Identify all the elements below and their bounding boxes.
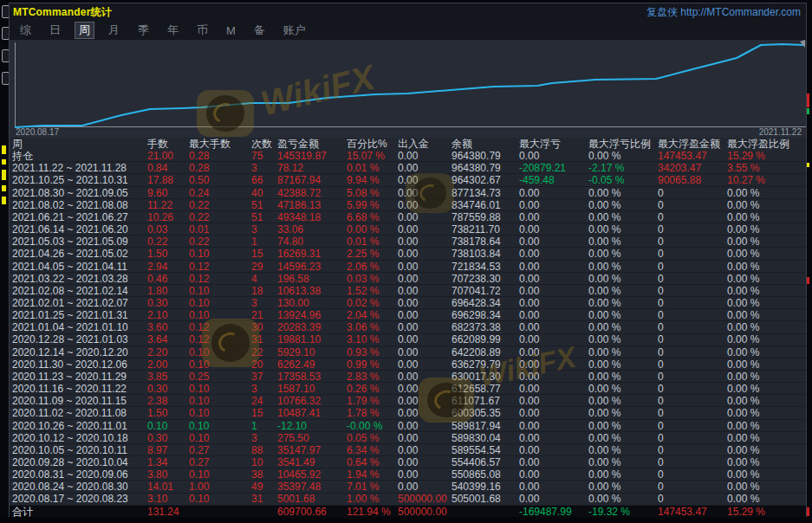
cell: 834746.01: [451, 199, 519, 211]
cell: 0.01 %: [347, 236, 398, 248]
table-row[interactable]: 2021.01.04 ~ 2021.01.103.600.123020283.3…: [10, 321, 806, 333]
column-header-8[interactable]: 最大浮亏: [519, 138, 588, 150]
cell: 19881.10: [277, 333, 347, 345]
table-row[interactable]: 2020.11.30 ~ 2020.12.062.000.10206262.49…: [10, 358, 806, 371]
cell: 6262.49: [277, 358, 347, 371]
table-row[interactable]: 2021.08.02 ~ 2021.08.0811.220.225147186.…: [10, 199, 806, 211]
tab-季[interactable]: 季: [133, 22, 153, 39]
table-row[interactable]: 2021.01.25 ~ 2021.01.312.100.102113924.9…: [10, 309, 806, 321]
scroll-arrow-icon[interactable]: [800, 40, 805, 48]
table-row[interactable]: 2021.10.25 ~ 2021.10.3117.880.506687167.…: [10, 174, 806, 186]
cell: 0.03 %: [347, 273, 398, 285]
cell: 2021.03.22 ~ 2021.03.28: [12, 273, 147, 285]
cell: 78.12: [277, 162, 347, 174]
tab-日[interactable]: 日: [45, 22, 65, 39]
cell: 738103.84: [451, 248, 519, 260]
table-row[interactable]: 2020.12.14 ~ 2020.12.202.200.10225929.10…: [10, 346, 806, 358]
tab-币[interactable]: 币: [192, 22, 212, 39]
cell: 1.00: [189, 481, 251, 493]
cell: 0.00 %: [727, 333, 806, 345]
cell: 2020.11.09 ~ 2020.11.15: [12, 395, 147, 407]
tab-备[interactable]: 备: [250, 22, 270, 39]
cell: 0.30: [147, 297, 189, 309]
cell: 2.38: [147, 395, 189, 407]
tab-周[interactable]: 周: [75, 22, 94, 39]
cell: 0.84: [147, 162, 189, 174]
cell: 0.00 %: [727, 211, 806, 223]
cell: 5929.10: [277, 346, 347, 358]
cell: 0.00 %: [588, 444, 658, 456]
cell: 147453.47: [658, 150, 727, 162]
tab-年[interactable]: 年: [163, 22, 183, 39]
table-row[interactable]: 2021.04.26 ~ 2021.05.021.500.101516269.3…: [10, 248, 806, 260]
tab-M[interactable]: M: [222, 23, 240, 38]
cell: 0.10: [147, 420, 189, 432]
title-bar[interactable]: MTCommander统计 复盘侠 http://MTCommander.com: [10, 3, 806, 21]
table-row[interactable]: 2021.03.22 ~ 2021.03.280.460.124196.580.…: [10, 273, 806, 285]
cell: 609700.66: [277, 506, 347, 518]
column-header-5[interactable]: 百分比%: [347, 138, 398, 150]
column-header-1[interactable]: 手数: [147, 138, 189, 150]
cell: 40: [251, 187, 277, 199]
table-row[interactable]: 2020.10.12 ~ 2020.10.180.300.103275.500.…: [10, 432, 806, 444]
cell: 33.06: [277, 223, 347, 236]
column-header-4[interactable]: 盈亏金额: [277, 138, 347, 150]
column-header-7[interactable]: 余额: [451, 138, 519, 150]
total-row[interactable]: 合计131.24609700.66121.94 %500000.00-16948…: [10, 506, 806, 518]
cell: 0.00: [519, 444, 588, 456]
column-header-3[interactable]: 次数: [251, 138, 277, 150]
column-header-2[interactable]: 最大手数: [189, 138, 251, 150]
cell: 0.00 %: [727, 261, 806, 273]
cell: 2.25 %: [347, 248, 398, 260]
table-row[interactable]: 2020.11.16 ~ 2020.11.220.300.1031587.100…: [10, 383, 806, 395]
column-header-6[interactable]: 出入金: [398, 138, 451, 150]
table-row[interactable]: 2020.09.28 ~ 2020.10.041.340.27103541.49…: [10, 456, 806, 468]
cell: 0: [658, 187, 727, 199]
tab-账户[interactable]: 账户: [279, 22, 310, 39]
cell: 0.00 %: [588, 395, 658, 407]
cell: 0.00: [398, 432, 451, 444]
cell: 0.00: [398, 162, 451, 174]
table-row[interactable]: 2020.08.31 ~ 2020.09.063.800.103810465.9…: [10, 468, 806, 481]
stats-table: 周手数最大手数次数盈亏金额百分比%出入金余额最大浮亏最大浮亏比例最大浮盈金额最大…: [10, 138, 806, 518]
cell: 2.04 %: [347, 309, 398, 321]
table-row[interactable]: 2020.08.24 ~ 2020.08.3014.011.004935397.…: [10, 481, 806, 493]
column-header-10[interactable]: 最大浮盈金额: [658, 138, 727, 150]
background-fragment: [2, 159, 6, 165]
table-row[interactable]: 2021.06.14 ~ 2021.06.200.030.01333.060.0…: [10, 223, 806, 236]
tab-月[interactable]: 月: [104, 22, 124, 39]
tab-综[interactable]: 综: [16, 22, 36, 39]
cell: 15.07 %: [347, 150, 398, 162]
cell: 35397.48: [277, 481, 347, 493]
cell: 0.00: [398, 297, 451, 309]
cell: 2021.06.14 ~ 2021.06.20: [12, 223, 147, 236]
column-header-9[interactable]: 最大浮亏比例: [588, 138, 658, 150]
table-row[interactable]: 2021.02.01 ~ 2021.02.070.300.103130.000.…: [10, 297, 806, 309]
table-row[interactable]: 2021.05.03 ~ 2021.05.090.220.22174.800.0…: [10, 236, 806, 248]
cell: 0: [658, 248, 727, 260]
table-row[interactable]: 2021.08.30 ~ 2021.09.059.600.244042388.7…: [10, 187, 806, 199]
x-axis-label-start: 2020.08.17: [16, 127, 59, 137]
column-header-11[interactable]: 最大浮盈比例: [727, 138, 806, 150]
table-row[interactable]: 2021.02.08 ~ 2021.02.141.800.101810613.3…: [10, 285, 806, 297]
table-row[interactable]: 2020.08.17 ~ 2020.08.233.100.10315001.68…: [10, 494, 806, 506]
table-row[interactable]: 2020.12.28 ~ 2021.01.033.640.123119881.1…: [10, 334, 806, 346]
cell: 18: [251, 285, 277, 297]
table-row[interactable]: 2021.06.21 ~ 2021.06.2710.260.225149348.…: [10, 211, 806, 223]
table-row[interactable]: 2021.11.22 ~ 2021.11.280.840.28378.120.0…: [10, 162, 806, 174]
table-row[interactable]: 2021.04.05 ~ 2021.04.112.940.122914596.2…: [10, 261, 806, 273]
table-row[interactable]: 2020.11.02 ~ 2020.11.081.500.101510487.4…: [10, 407, 806, 419]
column-header-0[interactable]: 周: [12, 138, 147, 150]
brand-link[interactable]: 复盘侠 http://MTCommander.com: [646, 5, 801, 20]
cell: 11.22: [147, 199, 189, 211]
cell: -459.48: [519, 174, 588, 186]
table-row[interactable]: 持仓21.000.2875145319.8715.07 %0.00964380.…: [10, 150, 806, 162]
table-row[interactable]: 2020.10.05 ~ 2020.10.118.970.278835147.9…: [10, 444, 806, 456]
table-row[interactable]: 2020.11.09 ~ 2020.11.152.380.102410766.3…: [10, 395, 806, 407]
cell: 275.50: [277, 432, 347, 444]
table-row[interactable]: 2020.11.23 ~ 2020.11.293.850.253717358.5…: [10, 371, 806, 383]
table-row[interactable]: 2020.10.26 ~ 2020.11.010.100.101-12.10-0…: [10, 420, 806, 432]
cell: 0.26 %: [347, 383, 398, 395]
cell: 0.00 %: [588, 468, 658, 481]
cell: 0.24: [189, 187, 251, 199]
